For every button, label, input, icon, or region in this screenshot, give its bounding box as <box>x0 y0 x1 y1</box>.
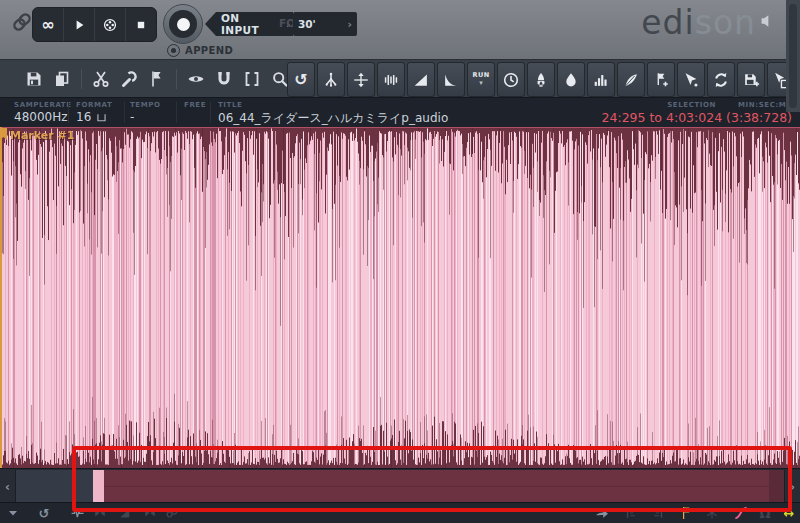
link-icon[interactable] <box>10 10 34 34</box>
transport-bar: ∞ ON INPUT › FOR 30' › APPEND edison <box>0 0 800 59</box>
refresh-icon <box>712 71 730 89</box>
previous-marker-button[interactable] <box>92 505 108 521</box>
edison-logo: edison <box>641 6 756 39</box>
select-region-button[interactable] <box>677 62 705 97</box>
copy-button[interactable] <box>52 69 72 89</box>
stop-button[interactable] <box>126 8 156 41</box>
add-marker-button[interactable] <box>647 62 675 97</box>
reverse-button[interactable]: ↺ <box>287 62 315 97</box>
marker-label: Marker #1 <box>10 129 74 142</box>
follow-playback-button[interactable] <box>594 505 610 521</box>
record-length-dropdown[interactable]: 30' › <box>293 12 357 36</box>
flag-small-icon <box>678 505 694 521</box>
process-buttons: ↺RUN▾ <box>287 62 800 97</box>
title-field: TITLE 06_44_ライダース_ハルカミライp_audio <box>218 101 448 127</box>
tools-button[interactable] <box>119 69 139 89</box>
fade-in-icon <box>412 71 430 89</box>
undo-icon: ↺ <box>39 506 50 521</box>
overview-view-window[interactable] <box>93 470 104 503</box>
reel-icon <box>102 17 118 33</box>
speaker-icon <box>758 12 776 30</box>
waveform-top-border <box>0 127 800 128</box>
overview-audio-region[interactable] <box>104 470 769 503</box>
more-menu-button[interactable] <box>5 505 21 521</box>
bottle-icon <box>532 71 550 89</box>
smooth-button[interactable] <box>70 505 86 521</box>
format-integer-icon <box>95 111 108 124</box>
chain-small-icon <box>164 505 180 521</box>
status-toolbar: ↺Ω↔ <box>0 502 800 523</box>
wrench-icon <box>119 69 139 89</box>
loop-mode-button[interactable]: ∞ <box>33 8 64 41</box>
paint-tool-button[interactable] <box>617 62 645 97</box>
h-arrows-icon: ↔ <box>784 506 795 521</box>
overview-offscreen-region[interactable] <box>16 470 93 503</box>
waveform[interactable] <box>0 127 800 468</box>
time-stretch-button[interactable] <box>497 62 525 97</box>
run-script-button[interactable]: RUN▾ <box>467 62 495 97</box>
selection-field: SELECTION MIN:SEC:MS 24:295 to 4:03:024 … <box>602 101 792 125</box>
undo-button[interactable]: ↺ <box>36 505 52 521</box>
cut-button[interactable] <box>91 69 111 89</box>
insert-left-button[interactable] <box>622 505 638 521</box>
record-button-ring <box>169 10 197 38</box>
insert-lines-right-icon <box>651 505 667 521</box>
record-mode-value: ON INPUT <box>221 12 281 36</box>
normalize-icon <box>352 71 370 89</box>
slide-button[interactable] <box>733 505 749 521</box>
marker-menu-button[interactable] <box>147 69 167 89</box>
claw-machine-button[interactable] <box>317 62 345 97</box>
normalize-button[interactable] <box>347 62 375 97</box>
fade-in-button[interactable] <box>407 62 435 97</box>
play-button[interactable] <box>64 8 95 41</box>
overview-scrollbar: ‹ › <box>0 468 800 503</box>
save-sample-button[interactable] <box>24 69 44 89</box>
resample-button[interactable] <box>707 62 735 97</box>
view-options-button[interactable] <box>186 69 206 89</box>
play-icon <box>71 17 87 33</box>
infinity-icon: ∞ <box>41 17 54 33</box>
equalize-button[interactable] <box>587 62 615 97</box>
scroll-right-button[interactable]: › <box>784 470 800 503</box>
freeze-button[interactable] <box>704 505 720 521</box>
tempo-field: TEMPO - <box>130 101 161 124</box>
toolbar-separator <box>81 69 82 89</box>
fade-out-button[interactable] <box>437 62 465 97</box>
selection-value: 24:295 to 4:03:024 (3:38:728) <box>602 110 792 125</box>
eye-icon <box>186 69 206 89</box>
feather-icon <box>622 71 640 89</box>
flag-icon <box>147 69 167 89</box>
chevron-down-icon <box>5 505 21 521</box>
marker-flag-button[interactable] <box>678 505 694 521</box>
append-label: APPEND <box>185 45 233 56</box>
save-icon <box>24 69 44 89</box>
free-field: FREE <box>184 101 206 110</box>
waveform-editor: Marker #1 <box>0 127 800 468</box>
record-length-value: 30' <box>298 18 316 30</box>
tool-bar: ↺RUN▾ <box>0 59 800 98</box>
next-marker-button[interactable] <box>142 505 158 521</box>
loop-points-button[interactable]: Ω <box>757 505 773 521</box>
noise-removal-button[interactable] <box>557 62 585 97</box>
save-new-version-button[interactable] <box>737 62 765 97</box>
convolution-reverb-button[interactable] <box>527 62 555 97</box>
claw-icon <box>322 71 340 89</box>
select-button[interactable] <box>242 69 262 89</box>
toolbar-separator <box>176 69 177 89</box>
overview-end-region[interactable] <box>769 470 785 503</box>
fade-tool-button[interactable] <box>117 505 133 521</box>
blur-button[interactable] <box>377 62 405 97</box>
marker-line[interactable] <box>0 127 2 468</box>
snap-button[interactable] <box>214 69 234 89</box>
preview-reel-button[interactable] <box>95 8 126 41</box>
stretch-handles-button[interactable]: ↔ <box>781 505 797 521</box>
omega-icon: Ω <box>759 506 770 521</box>
select-icon <box>242 69 262 89</box>
scroll-left-button[interactable]: ‹ <box>0 470 16 503</box>
insert-right-button[interactable] <box>651 505 667 521</box>
link-button[interactable] <box>164 505 180 521</box>
pulse-icon <box>70 505 86 521</box>
record-button[interactable] <box>163 4 203 44</box>
window-edge-scrollbar[interactable] <box>786 0 800 112</box>
append-option[interactable]: APPEND <box>167 44 233 57</box>
